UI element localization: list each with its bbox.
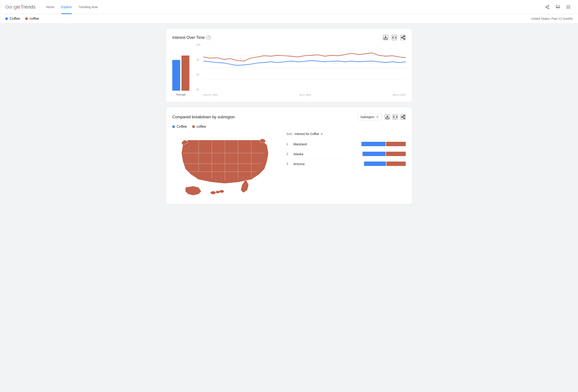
region-bar-red-2 — [386, 152, 406, 156]
line-chart: 100 75 50 25 — [196, 44, 406, 96]
breakdown-embed-button[interactable] — [392, 114, 398, 120]
y-label-100: 100 — [196, 44, 202, 46]
svg-line-4 — [547, 6, 548, 6]
region-name-2: Alaska — [293, 152, 363, 156]
x-label-3: Nov 6, 2022 — [393, 94, 406, 96]
breakdown-title: Compared breakdown by subregion — [172, 115, 235, 119]
download-button[interactable] — [383, 35, 388, 40]
region-bars-2 — [363, 152, 406, 156]
logo-text: Google — [5, 4, 20, 10]
x-label-2: Jul 3, 2022 — [299, 94, 311, 96]
line-chart-svg — [203, 44, 406, 92]
avg-bar-coffee2 — [182, 55, 189, 91]
region-bars-1 — [361, 142, 406, 146]
breakdown-card: Compared breakdown by subregion Subregio… — [166, 107, 412, 204]
chart-container: Average 100 75 50 25 — [172, 44, 406, 96]
region-rank-1: 1 — [286, 142, 293, 146]
nav-home[interactable]: Home — [43, 0, 58, 14]
share-chart-button[interactable] — [400, 35, 406, 40]
nav-explore[interactable]: Explore — [58, 0, 75, 14]
term1-dot — [5, 17, 8, 20]
legend-dot-1 — [172, 125, 175, 128]
svg-point-28 — [402, 117, 403, 118]
svg-point-1 — [546, 6, 547, 7]
sort-row: Sort: Interest for Coffee — [286, 132, 406, 136]
x-label-1: Feb 27, 2022 — [203, 94, 218, 96]
term2-label: coffee — [30, 17, 39, 21]
search-term-1[interactable]: Coffee — [5, 17, 20, 21]
term2-dot — [25, 17, 28, 20]
term1-label: Coffee — [10, 17, 20, 21]
search-term-2[interactable]: coffee — [25, 17, 39, 21]
svg-point-18 — [404, 38, 405, 39]
svg-line-20 — [402, 36, 404, 37]
y-label-50: 50 — [196, 74, 202, 76]
red-line — [203, 53, 406, 61]
embed-button[interactable] — [392, 35, 397, 40]
header-actions — [543, 3, 573, 11]
svg-point-17 — [402, 37, 403, 38]
region-rank-3: 3 — [286, 162, 293, 165]
legend-term2: coffee — [192, 125, 206, 129]
y-label-75: 75 — [196, 59, 202, 61]
location-time: United States, Past 12 months — [531, 17, 573, 20]
search-bar-row: Coffee coffee United States, Past 12 mon… — [0, 14, 578, 23]
svg-point-16 — [404, 36, 405, 37]
region-bar-blue-2 — [363, 152, 385, 156]
breakdown-legend: Coffee coffee — [172, 125, 406, 129]
svg-rect-13 — [568, 8, 569, 8]
region-bar-red-1 — [386, 142, 406, 146]
sort-chevron-icon — [320, 132, 324, 136]
region-list: Sort: Interest for Coffee 1 Maryland — [286, 132, 406, 198]
region-item-3[interactable]: 3 Arizona — [286, 159, 406, 169]
region-bars-3 — [364, 161, 406, 166]
apps-button[interactable] — [564, 3, 573, 11]
legend-label-1: Coffee — [177, 125, 187, 129]
breakdown-share-button[interactable] — [400, 114, 406, 120]
svg-rect-10 — [568, 6, 569, 7]
search-terms: Coffee coffee — [5, 17, 39, 21]
interest-over-time-card: Interest Over Time ? — [166, 29, 412, 102]
legend-dot-2 — [192, 125, 195, 128]
google-trends-logo[interactable]: Google Trends — [5, 4, 36, 10]
svg-rect-8 — [569, 5, 570, 6]
share-button[interactable] — [543, 3, 552, 11]
breakdown-download-button[interactable] — [385, 114, 390, 120]
sort-dropdown[interactable]: Interest for Coffee — [295, 132, 324, 136]
breakdown-header: Compared breakdown by subregion Subregio… — [172, 114, 406, 120]
feedback-button[interactable] — [553, 3, 562, 11]
svg-line-3 — [547, 7, 548, 8]
region-bar-blue-3 — [364, 161, 386, 166]
avg-bar-coffee1 — [172, 60, 180, 91]
chevron-down-icon — [376, 115, 379, 119]
svg-rect-7 — [568, 5, 569, 6]
svg-rect-12 — [567, 8, 568, 8]
help-icon[interactable]: ? — [206, 35, 211, 40]
blue-line — [203, 61, 406, 65]
main-content: Interest Over Time ? — [157, 23, 421, 215]
svg-rect-14 — [569, 8, 570, 8]
x-axis-labels: Feb 27, 2022 Jul 3, 2022 Nov 6, 2022 — [203, 94, 406, 96]
svg-line-19 — [402, 38, 404, 38]
subregion-dropdown[interactable]: Subregion — [357, 114, 382, 120]
legend-label-2: coffee — [197, 125, 206, 129]
sort-label: Sort: — [286, 132, 293, 136]
nav-trending[interactable]: Trending Now — [75, 0, 101, 14]
region-rank-2: 2 — [286, 152, 293, 156]
legend-term1: Coffee — [172, 125, 187, 129]
region-bar-red-3 — [386, 161, 406, 166]
region-item-1[interactable]: 1 Maryland — [286, 139, 406, 149]
breakdown-controls: Subregion — [357, 114, 406, 120]
svg-line-30 — [402, 117, 404, 118]
header: Google Trends Home Explore Trending Now — [0, 0, 578, 14]
svg-point-41 — [216, 191, 220, 193]
svg-point-0 — [548, 5, 549, 6]
svg-line-31 — [402, 116, 404, 117]
interest-over-time-title: Interest Over Time — [172, 35, 205, 40]
card-header: Interest Over Time ? — [172, 35, 406, 40]
region-name-3: Arizona — [293, 162, 364, 166]
svg-rect-11 — [569, 6, 570, 7]
region-item-2[interactable]: 2 Alaska — [286, 149, 406, 159]
svg-point-40 — [210, 191, 216, 194]
avg-label: Average — [176, 93, 186, 96]
